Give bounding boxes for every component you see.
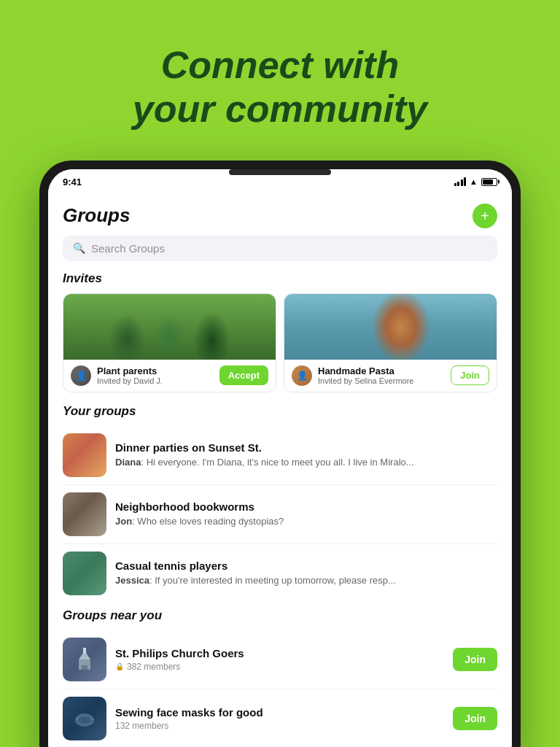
invites-section: Invites 👤 Plant parents [48,271,512,404]
group-name-dinner: Dinner parties on Sunset St. [115,441,497,454]
app-title: Groups [63,204,130,227]
group-name-tennis: Casual tennis players [115,560,497,572]
church-building-icon [71,646,98,673]
group-preview-dinner: Diana: Hi everyone. I'm Diana, it's nice… [115,456,497,469]
app-content: Groups + 🔍 Search Groups Invites [48,192,512,747]
group-name-bookworms: Neighborhood bookworms [115,500,497,513]
device-screen: 9:41 ▲ Groups + [48,169,512,747]
thumbnail-masks [63,697,106,740]
avatar-handmade-pasta: 👤 [292,365,312,386]
masks-icon [71,705,98,732]
invite-card-plants: 👤 Plant parents Invited by David J. Acce… [63,293,276,392]
invite-image-dog [284,294,497,360]
search-bar[interactable]: 🔍 Search Groups [63,236,497,261]
wifi-icon: ▲ [470,177,478,186]
your-groups-section: Your groups Dinner parties on Sunset St.… [48,404,512,608]
list-item-dinner[interactable]: Dinner parties on Sunset St. Diana: Hi e… [48,426,512,484]
group-members-church: 382 members [127,662,180,672]
invite-name-pasta: Handmade Pasta [318,365,445,376]
list-item-tennis[interactable]: Casual tennis players Jessica: If you're… [48,544,512,603]
invite-card-pasta: 👤 Handmade Pasta Invited by Selina Everm… [284,293,497,392]
thumbnail-dinner [63,433,106,477]
svg-rect-3 [82,665,88,670]
search-icon: 🔍 [73,242,85,254]
thumbnail-books [63,492,106,536]
invites-section-header: Invites [48,271,512,293]
group-preview-bookworms: Jon: Who else loves reading dystopias? [115,515,497,528]
search-input-placeholder: Search Groups [91,242,165,255]
group-name-church: St. Philips Church Goers [115,647,444,659]
device-frame: 9:41 ▲ Groups + [39,160,521,747]
join-church-button[interactable]: Join [453,648,497,671]
svg-point-5 [78,716,91,724]
add-group-button[interactable]: + [472,204,497,228]
status-time: 9:41 [63,177,82,187]
groups-near-you-section: Groups near you [48,608,512,747]
join-handmade-pasta-button[interactable]: Join [451,365,489,385]
group-name-masks: Sewing face masks for good [115,706,444,719]
invite-name-plants: Plant parents [97,365,214,376]
groups-near-you-header: Groups near you [48,608,512,630]
avatar-plant-parents: 👤 [71,365,91,386]
invites-cards: 👤 Plant parents Invited by David J. Acce… [48,293,512,392]
page-header: Connect with your community [0,0,560,160]
invite-image-plants [63,294,276,360]
status-icons: ▲ [454,177,497,186]
join-masks-button[interactable]: Join [453,707,497,730]
battery-icon [481,178,497,186]
invite-by-pasta: Invited by Selina Evermore [318,376,445,385]
invite-by-plants: Invited by David J. [97,376,214,385]
list-item-bookworms[interactable]: Neighborhood bookworms Jon: Who else lov… [48,485,512,543]
signal-bars-icon [454,177,467,186]
thumbnail-church [63,638,106,681]
page-title: Connect with your community [58,44,502,131]
your-groups-section-header: Your groups [48,404,512,426]
group-meta-masks: 132 members [115,721,444,731]
accept-plant-parents-button[interactable]: Accept [219,365,268,385]
list-item-church[interactable]: St. Philips Church Goers 🔒 382 members J… [48,630,512,689]
group-preview-tennis: Jessica: If you're interested in meeting… [115,574,497,587]
group-meta-church: 🔒 382 members [115,662,444,672]
thumbnail-tennis [63,551,106,595]
list-item-masks[interactable]: Sewing face masks for good 132 members J… [48,689,512,747]
device-notch [229,169,331,175]
app-header: Groups + [48,192,512,236]
svg-rect-2 [83,648,86,654]
group-members-masks: 132 members [115,721,168,731]
lock-icon: 🔒 [115,662,124,670]
